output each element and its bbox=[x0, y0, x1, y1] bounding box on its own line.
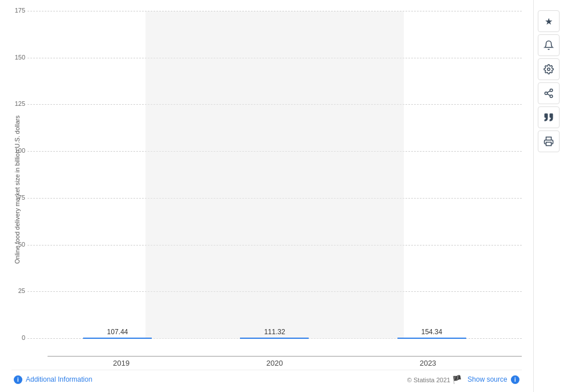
bar-2019 bbox=[83, 338, 152, 339]
svg-line-4 bbox=[547, 94, 550, 96]
bell-button[interactable] bbox=[538, 34, 560, 56]
bar-group-2019: 107.44 bbox=[74, 328, 160, 339]
bars-wrapper: 107.44111.32154.34 bbox=[27, 11, 522, 339]
sidebar: ★ bbox=[533, 0, 563, 392]
svg-line-5 bbox=[547, 91, 550, 93]
svg-point-0 bbox=[547, 68, 550, 71]
source-info-icon: i bbox=[511, 375, 519, 384]
info-icon: i bbox=[14, 375, 22, 384]
footer-right: © Statista 2021 🏴 Show source i bbox=[407, 375, 519, 384]
y-tick-label-75: 75 bbox=[8, 194, 25, 201]
grid-and-bars: 0255075100125150175107.44111.32154.34 bbox=[27, 11, 522, 339]
y-axis-label: Online food delivery market size in bill… bbox=[11, 11, 23, 367]
chart-container: Online food delivery market size in bill… bbox=[0, 0, 533, 392]
x-axis-label-2019: 2019 bbox=[78, 359, 164, 367]
show-source-link[interactable]: Show source i bbox=[467, 375, 519, 384]
chart-inner: 0255075100125150175107.44111.32154.34 20… bbox=[27, 11, 522, 367]
flag-icon: 🏴 bbox=[452, 375, 462, 384]
y-tick-label-50: 50 bbox=[8, 241, 25, 248]
statista-logo: © Statista 2021 🏴 bbox=[407, 375, 462, 384]
x-axis-labels: 201920202023 bbox=[27, 359, 522, 367]
bar-group-2020: 111.32 bbox=[231, 328, 317, 339]
bar-value-label-2020: 111.32 bbox=[264, 328, 285, 336]
y-tick-label-25: 25 bbox=[8, 287, 25, 294]
bar-group-2023: 154.34 bbox=[389, 328, 475, 339]
additional-info-label: Additional Information bbox=[26, 375, 92, 383]
svg-point-3 bbox=[550, 95, 553, 98]
x-axis-line bbox=[48, 356, 522, 357]
bar-2023 bbox=[397, 338, 466, 339]
quote-button[interactable] bbox=[538, 106, 560, 128]
y-tick-label-175: 175 bbox=[8, 7, 25, 14]
gear-button[interactable] bbox=[538, 58, 560, 80]
bar-value-label-2023: 154.34 bbox=[421, 328, 442, 336]
footer: i Additional Information © Statista 2021… bbox=[11, 370, 522, 386]
y-tick-label-100: 100 bbox=[8, 147, 25, 154]
x-axis-label-2023: 2023 bbox=[385, 359, 471, 367]
svg-point-1 bbox=[550, 89, 553, 92]
additional-info[interactable]: i Additional Information bbox=[14, 375, 92, 384]
svg-point-2 bbox=[545, 92, 548, 95]
share-button[interactable] bbox=[538, 82, 560, 104]
svg-rect-6 bbox=[546, 142, 551, 146]
y-tick-label-0: 0 bbox=[8, 334, 25, 341]
y-tick-label-150: 150 bbox=[8, 54, 25, 61]
x-axis-label-2020: 2020 bbox=[231, 359, 317, 367]
print-button[interactable] bbox=[538, 130, 560, 152]
bar-2020 bbox=[240, 338, 309, 339]
bar-value-label-2019: 107.44 bbox=[107, 328, 128, 336]
star-button[interactable]: ★ bbox=[538, 10, 560, 32]
y-tick-label-125: 125 bbox=[8, 100, 25, 107]
chart-area: Online food delivery market size in bill… bbox=[11, 11, 522, 367]
